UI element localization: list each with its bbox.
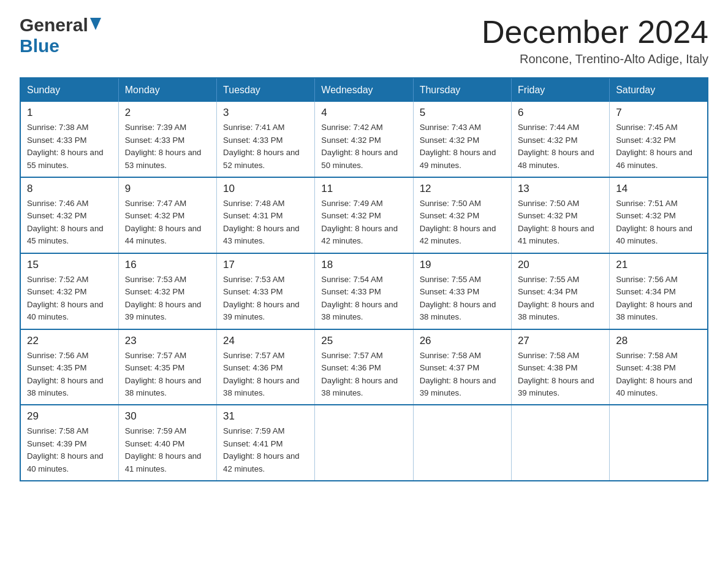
day-number: 23 bbox=[125, 335, 210, 347]
calendar-location: Roncone, Trentino-Alto Adige, Italy bbox=[482, 52, 708, 66]
calendar-header-row: SundayMondayTuesdayWednesdayThursdayFrid… bbox=[20, 78, 708, 102]
day-number: 27 bbox=[518, 335, 603, 347]
calendar-day-cell: 29 Sunrise: 7:58 AM Sunset: 4:39 PM Dayl… bbox=[20, 405, 118, 481]
day-detail: Sunrise: 7:58 AM Sunset: 4:39 PM Dayligh… bbox=[27, 425, 112, 475]
day-number: 3 bbox=[223, 107, 308, 119]
calendar-day-cell: 19 Sunrise: 7:55 AM Sunset: 4:33 PM Dayl… bbox=[413, 253, 511, 329]
day-number: 21 bbox=[616, 259, 701, 271]
day-number: 24 bbox=[223, 335, 308, 347]
day-detail: Sunrise: 7:43 AM Sunset: 4:32 PM Dayligh… bbox=[420, 121, 505, 172]
day-number: 31 bbox=[223, 410, 308, 423]
day-detail: Sunrise: 7:47 AM Sunset: 4:32 PM Dayligh… bbox=[125, 197, 210, 248]
day-detail: Sunrise: 7:56 AM Sunset: 4:35 PM Dayligh… bbox=[27, 350, 112, 400]
calendar-day-cell: 12 Sunrise: 7:50 AM Sunset: 4:32 PM Dayl… bbox=[413, 177, 511, 253]
day-number: 25 bbox=[321, 335, 406, 347]
calendar-day-cell: 21 Sunrise: 7:56 AM Sunset: 4:34 PM Dayl… bbox=[610, 253, 708, 329]
day-detail: Sunrise: 7:58 AM Sunset: 4:38 PM Dayligh… bbox=[518, 350, 603, 400]
day-detail: Sunrise: 7:55 AM Sunset: 4:34 PM Dayligh… bbox=[518, 274, 603, 324]
calendar-day-cell: 11 Sunrise: 7:49 AM Sunset: 4:32 PM Dayl… bbox=[315, 177, 413, 253]
day-of-week-header: Monday bbox=[118, 78, 216, 102]
calendar-day-cell bbox=[413, 405, 511, 481]
day-detail: Sunrise: 7:57 AM Sunset: 4:35 PM Dayligh… bbox=[125, 350, 210, 400]
calendar-day-cell: 25 Sunrise: 7:57 AM Sunset: 4:36 PM Dayl… bbox=[315, 329, 413, 405]
day-detail: Sunrise: 7:49 AM Sunset: 4:32 PM Dayligh… bbox=[321, 197, 406, 248]
day-detail: Sunrise: 7:52 AM Sunset: 4:32 PM Dayligh… bbox=[27, 274, 112, 324]
calendar-day-cell: 6 Sunrise: 7:44 AM Sunset: 4:32 PM Dayli… bbox=[511, 102, 609, 177]
calendar-day-cell: 8 Sunrise: 7:46 AM Sunset: 4:32 PM Dayli… bbox=[20, 177, 118, 253]
calendar-day-cell: 22 Sunrise: 7:56 AM Sunset: 4:35 PM Dayl… bbox=[20, 329, 118, 405]
day-number: 15 bbox=[27, 259, 112, 271]
day-number: 9 bbox=[125, 183, 210, 195]
day-detail: Sunrise: 7:58 AM Sunset: 4:38 PM Dayligh… bbox=[616, 350, 701, 400]
calendar-day-cell bbox=[511, 405, 609, 481]
calendar-day-cell: 28 Sunrise: 7:58 AM Sunset: 4:38 PM Dayl… bbox=[610, 329, 708, 405]
day-detail: Sunrise: 7:55 AM Sunset: 4:33 PM Dayligh… bbox=[420, 274, 505, 324]
day-number: 5 bbox=[420, 107, 505, 119]
logo-arrow-icon bbox=[90, 18, 101, 33]
calendar-day-cell: 27 Sunrise: 7:58 AM Sunset: 4:38 PM Dayl… bbox=[511, 329, 609, 405]
day-number: 11 bbox=[321, 183, 406, 195]
day-detail: Sunrise: 7:53 AM Sunset: 4:32 PM Dayligh… bbox=[125, 274, 210, 324]
calendar-day-cell: 10 Sunrise: 7:48 AM Sunset: 4:31 PM Dayl… bbox=[217, 177, 315, 253]
day-number: 30 bbox=[125, 410, 210, 423]
day-detail: Sunrise: 7:50 AM Sunset: 4:32 PM Dayligh… bbox=[420, 197, 505, 248]
day-detail: Sunrise: 7:48 AM Sunset: 4:31 PM Dayligh… bbox=[223, 197, 308, 248]
logo-general-text: General bbox=[20, 15, 88, 36]
day-number: 19 bbox=[420, 259, 505, 271]
svg-marker-0 bbox=[90, 18, 101, 30]
day-detail: Sunrise: 7:59 AM Sunset: 4:41 PM Dayligh… bbox=[223, 425, 308, 475]
day-of-week-header: Thursday bbox=[413, 78, 511, 102]
logo-blue-text: Blue bbox=[20, 36, 59, 56]
day-of-week-header: Friday bbox=[511, 78, 609, 102]
calendar-day-cell: 13 Sunrise: 7:50 AM Sunset: 4:32 PM Dayl… bbox=[511, 177, 609, 253]
day-number: 22 bbox=[27, 335, 112, 347]
calendar-day-cell: 17 Sunrise: 7:53 AM Sunset: 4:33 PM Dayl… bbox=[217, 253, 315, 329]
day-detail: Sunrise: 7:46 AM Sunset: 4:32 PM Dayligh… bbox=[27, 197, 112, 248]
calendar-day-cell bbox=[610, 405, 708, 481]
day-detail: Sunrise: 7:59 AM Sunset: 4:40 PM Dayligh… bbox=[125, 425, 210, 475]
calendar-day-cell: 3 Sunrise: 7:41 AM Sunset: 4:33 PM Dayli… bbox=[217, 102, 315, 177]
day-number: 2 bbox=[125, 107, 210, 119]
day-number: 10 bbox=[223, 183, 308, 195]
day-detail: Sunrise: 7:58 AM Sunset: 4:37 PM Dayligh… bbox=[420, 350, 505, 400]
calendar-day-cell: 15 Sunrise: 7:52 AM Sunset: 4:32 PM Dayl… bbox=[20, 253, 118, 329]
day-number: 14 bbox=[616, 183, 701, 195]
calendar-day-cell: 5 Sunrise: 7:43 AM Sunset: 4:32 PM Dayli… bbox=[413, 102, 511, 177]
day-number: 20 bbox=[518, 259, 603, 271]
calendar-day-cell: 30 Sunrise: 7:59 AM Sunset: 4:40 PM Dayl… bbox=[118, 405, 216, 481]
calendar-day-cell bbox=[315, 405, 413, 481]
page-header: General Blue December 2024 Roncone, Tren… bbox=[20, 15, 708, 66]
day-number: 28 bbox=[616, 335, 701, 347]
day-detail: Sunrise: 7:54 AM Sunset: 4:33 PM Dayligh… bbox=[321, 274, 406, 324]
day-of-week-header: Saturday bbox=[610, 78, 708, 102]
calendar-table: SundayMondayTuesdayWednesdayThursdayFrid… bbox=[20, 77, 708, 481]
day-detail: Sunrise: 7:56 AM Sunset: 4:34 PM Dayligh… bbox=[616, 274, 701, 324]
day-number: 7 bbox=[616, 107, 701, 119]
day-detail: Sunrise: 7:57 AM Sunset: 4:36 PM Dayligh… bbox=[321, 350, 406, 400]
calendar-day-cell: 4 Sunrise: 7:42 AM Sunset: 4:32 PM Dayli… bbox=[315, 102, 413, 177]
day-number: 1 bbox=[27, 107, 112, 119]
day-of-week-header: Sunday bbox=[20, 78, 118, 102]
calendar-day-cell: 20 Sunrise: 7:55 AM Sunset: 4:34 PM Dayl… bbox=[511, 253, 609, 329]
day-number: 29 bbox=[27, 410, 112, 423]
day-number: 26 bbox=[420, 335, 505, 347]
calendar-day-cell: 26 Sunrise: 7:58 AM Sunset: 4:37 PM Dayl… bbox=[413, 329, 511, 405]
day-detail: Sunrise: 7:53 AM Sunset: 4:33 PM Dayligh… bbox=[223, 274, 308, 324]
day-number: 18 bbox=[321, 259, 406, 271]
day-number: 4 bbox=[321, 107, 406, 119]
calendar-day-cell: 9 Sunrise: 7:47 AM Sunset: 4:32 PM Dayli… bbox=[118, 177, 216, 253]
day-number: 16 bbox=[125, 259, 210, 271]
calendar-day-cell: 31 Sunrise: 7:59 AM Sunset: 4:41 PM Dayl… bbox=[217, 405, 315, 481]
calendar-week-row: 1 Sunrise: 7:38 AM Sunset: 4:33 PM Dayli… bbox=[20, 102, 708, 177]
calendar-day-cell: 16 Sunrise: 7:53 AM Sunset: 4:32 PM Dayl… bbox=[118, 253, 216, 329]
day-number: 13 bbox=[518, 183, 603, 195]
calendar-day-cell: 18 Sunrise: 7:54 AM Sunset: 4:33 PM Dayl… bbox=[315, 253, 413, 329]
day-detail: Sunrise: 7:45 AM Sunset: 4:32 PM Dayligh… bbox=[616, 121, 701, 172]
calendar-day-cell: 23 Sunrise: 7:57 AM Sunset: 4:35 PM Dayl… bbox=[118, 329, 216, 405]
calendar-title: December 2024 bbox=[482, 15, 708, 50]
calendar-day-cell: 14 Sunrise: 7:51 AM Sunset: 4:32 PM Dayl… bbox=[610, 177, 708, 253]
calendar-day-cell: 7 Sunrise: 7:45 AM Sunset: 4:32 PM Dayli… bbox=[610, 102, 708, 177]
day-number: 17 bbox=[223, 259, 308, 271]
calendar-week-row: 8 Sunrise: 7:46 AM Sunset: 4:32 PM Dayli… bbox=[20, 177, 708, 253]
calendar-week-row: 15 Sunrise: 7:52 AM Sunset: 4:32 PM Dayl… bbox=[20, 253, 708, 329]
